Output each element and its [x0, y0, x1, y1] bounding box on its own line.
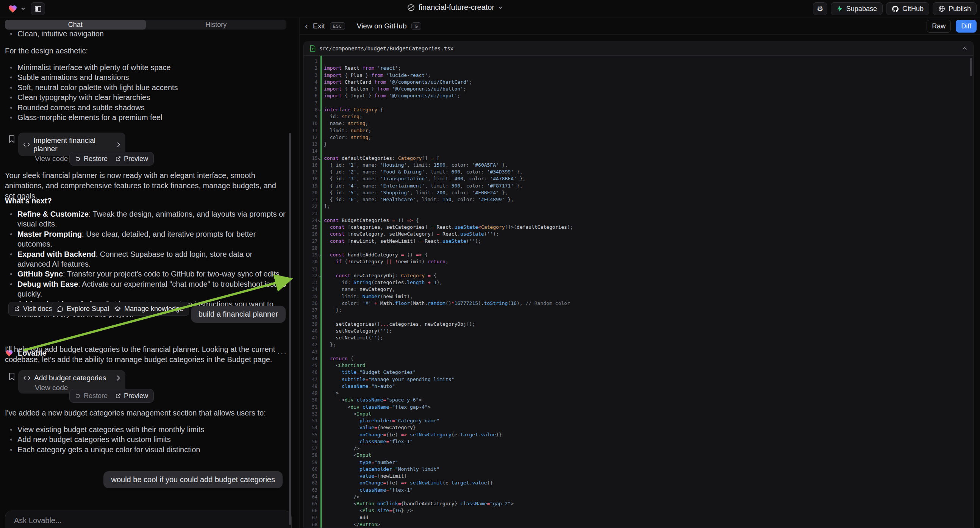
visit-docs-button[interactable]: Visit docs — [8, 302, 58, 316]
file-path-bar[interactable]: src/components/budget/BudgetCategories.t… — [304, 41, 973, 56]
tab-chat-label: Chat — [68, 21, 83, 29]
chat-bubble-icon — [57, 306, 63, 312]
gear-icon: ⚙ — [817, 5, 823, 13]
supabase-icon — [837, 5, 843, 12]
code-scrollbar[interactable] — [970, 58, 972, 76]
chevron-right-icon — [117, 142, 120, 147]
chat-scrollbar[interactable] — [289, 133, 291, 525]
bullet-item: Clean, intuitive navigation — [5, 29, 287, 39]
code-icon — [24, 375, 30, 381]
github-label: GitHub — [902, 5, 924, 13]
chevron-right-icon — [117, 375, 120, 381]
file-added-icon — [310, 45, 315, 52]
external-link-icon — [115, 156, 121, 162]
tab-chat[interactable]: Chat — [5, 20, 146, 30]
design-heading: For the design aesthetic: — [5, 46, 287, 56]
file-path: src/components/budget/BudgetCategories.t… — [319, 45, 453, 51]
help-paragraph: I'll help you add budget categories to t… — [5, 344, 287, 365]
restore-icon — [75, 393, 81, 399]
external-link-icon — [115, 393, 121, 399]
preview-button[interactable]: Preview — [115, 155, 148, 163]
chat-history-tabs: Chat History — [5, 20, 286, 30]
app-window: financial-future-creator ⚙ Supabase GitH… — [0, 0, 980, 528]
version-card-title: Add budget categories — [34, 374, 106, 382]
bullet-item: GitHub Sync: Transfer your project's cod… — [5, 269, 286, 279]
graduation-cap-icon — [115, 306, 121, 312]
bookmark-icon[interactable] — [8, 372, 15, 381]
restore-button[interactable]: Restore — [75, 392, 108, 400]
bullet-item: Soft, neutral color palette with light b… — [5, 83, 287, 92]
esc-kbd-badge: ESC — [330, 22, 345, 30]
chevron-down-icon[interactable] — [21, 6, 25, 11]
composer-input[interactable]: Ask Lovable... — [14, 516, 62, 525]
code-editor[interactable]: 12import React from 'react';3import { Pl… — [304, 56, 973, 528]
heart-icon — [8, 4, 18, 14]
bullet-item: Clean typography with clear hierarchies — [5, 92, 287, 102]
settings-button[interactable]: ⚙ — [813, 2, 827, 15]
chat-panel: Chat History Clean, intuitive navigation… — [0, 17, 299, 528]
project-orb-icon — [407, 4, 415, 11]
raw-toggle-button[interactable]: Raw — [927, 20, 951, 33]
restore-button[interactable]: Restore — [75, 155, 108, 163]
diff-toggle-button[interactable]: Diff — [956, 20, 977, 33]
tab-history-label: History — [205, 21, 226, 29]
restore-preview-toolbar: Restore Preview — [69, 152, 154, 165]
chat-composer[interactable]: Ask Lovable... Attach Edit — [5, 511, 292, 528]
publish-button[interactable]: Publish — [933, 2, 977, 15]
bookmark-icon[interactable] — [8, 135, 15, 143]
code-icon — [24, 142, 30, 147]
top-app-bar: financial-future-creator ⚙ Supabase GitH… — [0, 0, 980, 17]
added-bullet-list: View existing budget categories with the… — [5, 425, 287, 455]
bullet-item: Debug with Ease: Activate our experiment… — [5, 279, 286, 299]
user-message-bubble: build a financial planner — [191, 306, 286, 323]
version-card-title: Implement financial planner — [33, 136, 113, 153]
github-icon — [892, 5, 899, 13]
clipped-bullet-list: Clean, intuitive navigation — [5, 29, 287, 39]
chevron-left-icon[interactable]: ‹ — [305, 22, 308, 31]
bullet-item: Subtle animations and transitions — [5, 72, 287, 82]
added-paragraph: I've added a new budget categories manag… — [5, 408, 287, 418]
supabase-button[interactable]: Supabase — [831, 2, 883, 15]
external-link-icon — [14, 306, 20, 312]
project-title: financial-future-creator — [418, 3, 494, 12]
preview-button[interactable]: Preview — [115, 392, 148, 400]
code-view-header: ‹ Exit ESC View on GitHub G Raw Diff — [300, 17, 980, 35]
manage-knowledge-button[interactable]: Manage knowledge — [109, 302, 189, 316]
restore-preview-toolbar: Restore Preview — [69, 389, 154, 402]
bullet-item: View existing budget categories with the… — [5, 425, 287, 434]
publish-label: Publish — [948, 5, 971, 13]
github-button[interactable]: GitHub — [886, 2, 929, 15]
chevron-down-icon — [498, 5, 503, 10]
bullet-item: Add new budget categories with custom li… — [5, 434, 287, 444]
bullet-item: Master Prompting: Use clear, detailed, a… — [5, 229, 286, 249]
supabase-label: Supabase — [846, 5, 877, 13]
file-diff-card: src/components/budget/BudgetCategories.t… — [304, 41, 974, 528]
panel-left-icon — [35, 6, 41, 12]
bullet-item: Minimalist interface with plenty of whit… — [5, 62, 287, 72]
bullet-item: Glass-morphic elements for a premium fee… — [5, 113, 287, 122]
g-kbd-badge: G — [411, 22, 421, 30]
chevron-up-icon[interactable] — [962, 47, 967, 50]
sidebar-toggle-button[interactable] — [31, 2, 45, 15]
bullet-item: Each category gets a unique color for vi… — [5, 445, 287, 455]
restore-icon — [75, 156, 81, 162]
code-view-panel: ‹ Exit ESC View on GitHub G Raw Diff src… — [299, 17, 980, 528]
bullet-item: Expand with Backend: Connect Supabase to… — [5, 249, 286, 269]
bullet-item: Refine & Customize: Tweak the design, an… — [5, 209, 286, 229]
globe-icon — [938, 5, 945, 12]
exit-button[interactable]: Exit — [313, 22, 325, 30]
whats-next-heading: What's next? — [5, 196, 287, 206]
view-on-github-button[interactable]: View on GitHub — [357, 22, 407, 30]
design-bullet-list: Minimalist interface with plenty of whit… — [5, 62, 287, 122]
tab-history[interactable]: History — [146, 20, 287, 30]
user-message-bubble: would be cool if you could add budget ca… — [103, 471, 283, 488]
lovable-logo[interactable] — [8, 4, 18, 14]
code-lines: 12import React from 'react';3import { Pl… — [304, 58, 973, 528]
project-switcher[interactable]: financial-future-creator — [407, 3, 503, 12]
bullet-item: Rounded corners and subtle shadows — [5, 103, 287, 113]
